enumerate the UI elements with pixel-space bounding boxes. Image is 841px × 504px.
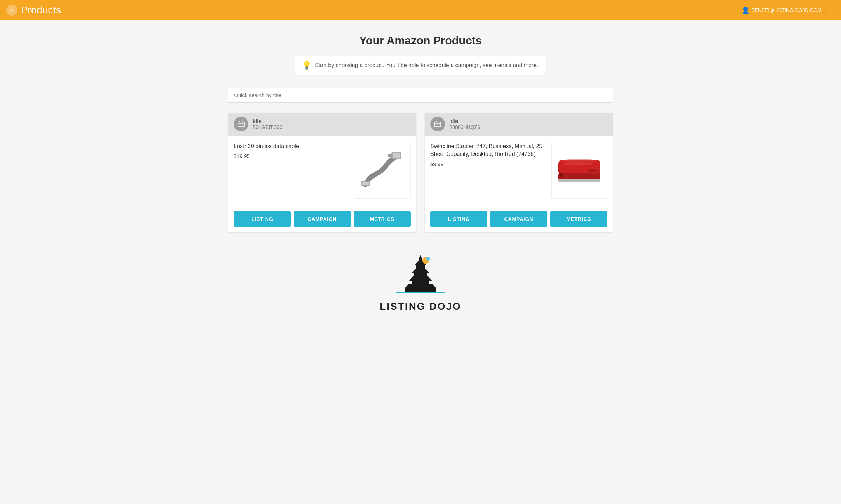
search-input[interactable] (228, 88, 613, 103)
brand-name: LISTING DOJO (380, 301, 461, 312)
products-grid: Idle B01G7JTC60 Luxtr 30 pin ios data ca… (228, 113, 613, 232)
info-banner: 💡 Start by choosing a product. You'll be… (295, 56, 546, 75)
product-card-2-footer: LISTING CAMPAIGN METRICS (425, 206, 613, 232)
lightbulb-icon: 💡 (302, 61, 311, 70)
product-1-status-info: Idle B01G7JTC60 (253, 118, 282, 130)
product-2-status-info: Idle B0006HUQZ6 (449, 118, 480, 130)
product-2-price: $9.99 (430, 161, 546, 167)
product-2-image (551, 143, 607, 199)
product-1-status: Idle (253, 118, 282, 124)
svg-rect-4 (393, 153, 400, 158)
product-1-listing-btn[interactable]: LISTING (234, 211, 291, 227)
product-2-status: Idle (449, 118, 480, 124)
svg-rect-17 (588, 170, 595, 171)
svg-rect-16 (558, 179, 600, 182)
product-card-1-body: Luxtr 30 pin ios data cable $19.95 (228, 136, 416, 206)
product-1-info: Luxtr 30 pin ios data cable $19.95 (234, 143, 355, 159)
svg-rect-0 (238, 122, 244, 127)
svg-rect-2 (242, 121, 243, 122)
svg-point-18 (562, 159, 597, 163)
product-2-name: Swingline Stapler, 747, Business, Manual… (430, 143, 546, 158)
svg-rect-7 (388, 154, 392, 157)
product-2-campaign-btn[interactable]: CAMPAIGN (490, 211, 547, 227)
info-text: Start by choosing a product. You'll be a… (315, 62, 538, 69)
logo-icon (386, 253, 455, 299)
svg-rect-27 (419, 258, 422, 262)
product-2-status-icon (430, 117, 445, 131)
svg-rect-19 (405, 288, 436, 293)
svg-marker-28 (419, 255, 422, 258)
product-card-1-header: Idle B01G7JTC60 (228, 113, 416, 136)
svg-rect-8 (434, 122, 441, 127)
product-2-metrics-btn[interactable]: METRICS (550, 211, 607, 227)
user-info: 👤 SENSEI@LISTING-DOJO.COM (742, 6, 821, 14)
product-2-info: Swingline Stapler, 747, Business, Manual… (430, 143, 551, 167)
svg-rect-1 (239, 121, 240, 122)
product-1-campaign-btn[interactable]: CAMPAIGN (294, 211, 351, 227)
main-content: Your Amazon Products 💡 Start by choosing… (211, 20, 630, 347)
product-2-listing-btn[interactable]: LISTING (430, 211, 487, 227)
product-1-name: Luxtr 30 pin ios data cable (234, 143, 349, 150)
product-1-metrics-btn[interactable]: METRICS (354, 211, 411, 227)
product-card-1: Idle B01G7JTC60 Luxtr 30 pin ios data ca… (228, 113, 416, 232)
header-right: 👤 SENSEI@LISTING-DOJO.COM ⋮ (742, 6, 835, 15)
product-1-asin: B01G7JTC60 (253, 124, 282, 130)
svg-rect-10 (439, 121, 439, 122)
page-title: Products (21, 5, 61, 16)
product-2-asin: B0006HUQZ6 (449, 124, 480, 130)
user-icon: 👤 (742, 6, 749, 14)
brand-logo: LISTING DOJO (218, 253, 623, 312)
svg-rect-25 (416, 265, 425, 269)
product-1-price: $19.95 (234, 153, 349, 159)
svg-rect-9 (436, 121, 437, 122)
svg-point-30 (426, 257, 430, 261)
footer-logo: LISTING DOJO (218, 253, 623, 326)
home-icon[interactable]: ⌂ (6, 5, 17, 16)
product-card-1-footer: LISTING CAMPAIGN METRICS (228, 206, 416, 232)
page-heading: Your Amazon Products (218, 34, 623, 47)
product-1-status-icon (234, 117, 248, 131)
product-card-2: Idle B0006HUQZ6 Swingline Stapler, 747, … (425, 113, 613, 232)
product-card-2-body: Swingline Stapler, 747, Business, Manual… (425, 136, 613, 206)
svg-rect-6 (362, 182, 369, 185)
header-left: ⌂ Products (6, 5, 61, 16)
svg-point-13 (559, 173, 563, 177)
svg-rect-21 (412, 281, 429, 285)
product-card-2-header: Idle B0006HUQZ6 (425, 113, 613, 136)
search-container (228, 88, 613, 103)
app-header: ⌂ Products 👤 SENSEI@LISTING-DOJO.COM ⋮ (0, 0, 841, 20)
menu-icon[interactable]: ⋮ (827, 6, 835, 15)
user-email: SENSEI@LISTING-DOJO.COM (751, 7, 821, 13)
svg-rect-23 (414, 273, 427, 277)
svg-rect-15 (564, 163, 592, 165)
product-1-image (355, 143, 411, 199)
